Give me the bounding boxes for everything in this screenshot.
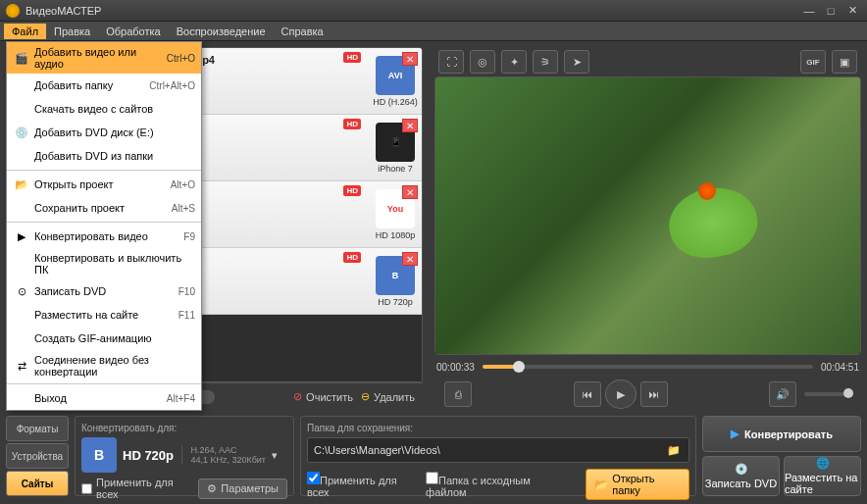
menu-item[interactable]: Добавить DVD из папки xyxy=(7,144,201,168)
folder-icon: 📂 xyxy=(13,176,30,192)
burn-icon: ⊙ xyxy=(13,283,30,299)
menu-item[interactable]: Разместить на сайтеF11 xyxy=(7,303,201,327)
maximize-button[interactable]: □ xyxy=(822,4,840,18)
menu-edit[interactable]: Правка xyxy=(46,24,98,39)
play-button[interactable]: ▶ xyxy=(605,379,637,409)
seek-track[interactable] xyxy=(483,365,813,369)
volume-icon[interactable]: 🔊 xyxy=(769,381,796,407)
blank-icon xyxy=(13,307,30,323)
next-button[interactable]: ⏭ xyxy=(640,381,668,407)
blank-icon xyxy=(13,330,30,346)
remove-video-icon[interactable]: ✕ xyxy=(402,119,418,132)
hd-badge: HD xyxy=(343,119,361,129)
tab-devices[interactable]: Устройства xyxy=(6,443,69,469)
rotate-icon[interactable]: ◎ xyxy=(470,50,495,74)
save-apply-all-checkbox[interactable]: Применить для всех xyxy=(307,472,416,498)
time-duration: 00:04:51 xyxy=(821,362,859,373)
action-buttons: ▶Конвертировать 💿Записать DVD 🌐Разместит… xyxy=(702,416,861,496)
menu-item[interactable]: Создать GIF-анимацию xyxy=(7,327,201,350)
convert-button[interactable]: ▶Конвертировать xyxy=(702,416,861,452)
disc-icon: 💿 xyxy=(735,463,748,476)
gif-button[interactable]: GIF xyxy=(800,50,826,74)
hd-badge: HD xyxy=(343,52,361,63)
menu-help[interactable]: Справка xyxy=(274,24,332,39)
format-icon[interactable]: В xyxy=(81,437,117,473)
preview-toolbar: ⛶ ◎ ✦ ⚞ ➤ GIF ▣ xyxy=(434,47,861,76)
app-logo xyxy=(6,4,20,18)
effects-icon[interactable]: ✦ xyxy=(501,50,527,74)
convert-title: Конвертировать для: xyxy=(81,423,287,433)
globe-icon: 🌐 xyxy=(816,457,830,470)
params-button[interactable]: ⚙Параметры xyxy=(198,479,287,499)
blank-icon xyxy=(13,256,30,272)
save-path-field[interactable]: C:\Users\Manager\Videos\ 📁 xyxy=(307,437,689,463)
menu-item[interactable]: 🎬Добавить видео или аудиоCtrl+O xyxy=(7,42,201,74)
video-preview[interactable] xyxy=(434,76,861,355)
apply-all-checkbox[interactable]: Применить для всех xyxy=(81,477,186,500)
time-current: 00:00:33 xyxy=(436,362,475,373)
close-button[interactable]: ✕ xyxy=(843,4,861,18)
player-controls: ⎙ ⏮ ▶ ⏭ 🔊 xyxy=(434,378,861,410)
crop-icon[interactable]: ⛶ xyxy=(438,50,464,74)
upload-button[interactable]: 🌐Разместить на сайте xyxy=(784,456,861,496)
save-panel: Папка для сохранения: C:\Users\Manager\V… xyxy=(300,416,696,496)
folder-icon: 📂 xyxy=(594,479,608,491)
dvd-icon: 💿 xyxy=(13,125,30,140)
menu-item[interactable]: Скачать видео с сайтов xyxy=(7,97,201,121)
hd-badge: HD xyxy=(343,185,361,196)
menu-item[interactable]: Конвертировать и выключить ПК xyxy=(7,248,201,279)
delete-button[interactable]: ⊖Удалить xyxy=(361,390,415,403)
remove-video-icon[interactable]: ✕ xyxy=(402,185,418,199)
blank-icon xyxy=(13,101,30,117)
menu-item[interactable]: Сохранить проектAlt+S xyxy=(7,196,201,220)
menu-item[interactable]: ▶Конвертировать видеоF9 xyxy=(7,225,201,248)
menu-item[interactable]: ВыходAlt+F4 xyxy=(7,386,201,410)
blank-icon xyxy=(13,77,30,93)
menu-item[interactable]: 💿Добавить DVD диск (E:) xyxy=(7,121,201,144)
timeline: 00:00:33 00:04:51 xyxy=(434,355,861,378)
titlebar: ВидеоМАСТЕР — □ ✕ xyxy=(0,0,867,22)
blank-icon xyxy=(13,200,30,216)
format-tabs: Форматы Устройства Сайты xyxy=(6,416,69,496)
menu-item[interactable]: ⊙Записать DVDF10 xyxy=(7,279,201,303)
minimize-button[interactable]: — xyxy=(800,4,818,18)
remove-video-icon[interactable]: ✕ xyxy=(402,252,418,266)
open-folder-button[interactable]: 📂Открыть папку xyxy=(586,469,689,500)
save-title: Папка для сохранения: xyxy=(307,423,689,433)
add-media-icon: 🎬 xyxy=(13,50,30,66)
format-dropdown-icon[interactable]: ▾ xyxy=(272,449,287,462)
tab-formats[interactable]: Форматы xyxy=(6,416,69,441)
fullscreen-icon[interactable]: ▣ xyxy=(832,50,857,74)
menu-item[interactable]: ⇄Соединение видео без конвертации xyxy=(7,350,201,381)
gear-icon: ⚙ xyxy=(207,482,217,495)
blank-icon xyxy=(13,148,30,164)
play-icon: ▶ xyxy=(13,228,30,244)
seek-knob[interactable] xyxy=(513,361,525,373)
file-dropdown: 🎬Добавить видео или аудиоCtrl+OДобавить … xyxy=(6,41,202,411)
menu-item[interactable]: 📂Открыть проектAlt+O xyxy=(7,173,201,196)
tab-sites[interactable]: Сайты xyxy=(6,471,69,496)
convert-panel: Конвертировать для: В HD 720p H.264, AAC… xyxy=(75,416,294,496)
volume-slider[interactable] xyxy=(804,392,853,396)
enhance-icon[interactable]: ⚞ xyxy=(533,50,558,74)
format-select[interactable]: HD 720p xyxy=(123,448,176,463)
menu-playback[interactable]: Воспроизведение xyxy=(169,24,274,39)
browse-folder-icon[interactable]: 📁 xyxy=(665,442,683,458)
menu-file[interactable]: Файл xyxy=(4,24,46,39)
remove-video-icon[interactable]: ✕ xyxy=(402,52,418,66)
menubar: Файл Правка Обработка Воспроизведение Сп… xyxy=(0,22,867,41)
menu-item[interactable]: Добавить папкуCtrl+Alt+O xyxy=(7,74,201,97)
source-folder-checkbox[interactable]: Папка с исходным файлом xyxy=(426,472,566,498)
hd-badge: HD xyxy=(343,252,361,263)
clear-button[interactable]: ⊘Очистить xyxy=(293,390,353,403)
blank-icon xyxy=(13,390,30,406)
menu-process[interactable]: Обработка xyxy=(98,24,168,39)
join-icon: ⇄ xyxy=(13,358,30,374)
burn-dvd-button[interactable]: 💿Записать DVD xyxy=(702,456,780,496)
play-icon: ▶ xyxy=(731,428,739,440)
app-title: ВидеоМАСТЕР xyxy=(26,5,796,17)
prev-button[interactable]: ⏮ xyxy=(574,381,601,407)
snapshot-icon[interactable]: ⎙ xyxy=(444,381,472,407)
speed-icon[interactable]: ➤ xyxy=(564,50,589,74)
